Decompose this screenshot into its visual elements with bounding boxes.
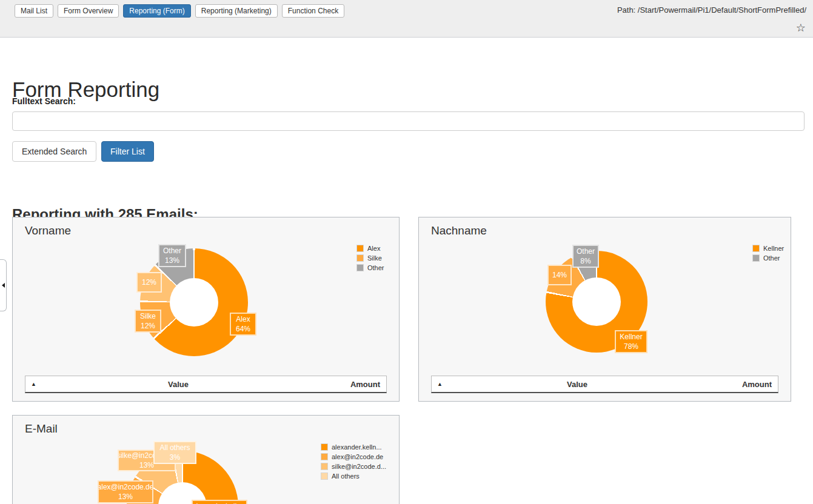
tab-reporting-marketing[interactable]: Reporting (Marketing): [195, 4, 278, 18]
donut-hole: [572, 277, 621, 326]
doc-header: Mail List Form Overview Reporting (Form)…: [0, 0, 813, 38]
slice-callout: alexander.kelln...71%: [192, 500, 247, 504]
legend-swatch: [321, 443, 328, 451]
chart-panel-nachname: Nachname Other8% 14% Kellner78% KellnerO…: [418, 217, 791, 402]
filter-list-button[interactable]: Filter List: [101, 141, 154, 162]
legend-swatch: [321, 453, 328, 460]
tab-mail-list[interactable]: Mail List: [15, 4, 53, 18]
result-table-header: ▲ Value Amount: [431, 376, 778, 393]
legend-item: silke@in2code.d...: [321, 462, 386, 470]
slice-callout: alex@in2code.de13%: [98, 480, 153, 503]
slice-callout: Other8%: [572, 245, 599, 268]
legend-label: silke@in2code.d...: [332, 463, 386, 470]
module-tabs: Mail List Form Overview Reporting (Form)…: [15, 4, 344, 18]
column-header-amount[interactable]: Amount: [699, 380, 778, 389]
slice-callout: Alex64%: [230, 313, 256, 336]
legend-item: Silke: [356, 254, 384, 262]
column-header-value[interactable]: Value: [455, 380, 699, 389]
legend-item: Kellner: [752, 244, 784, 252]
fulltext-search-label: Fulltext Search:: [12, 96, 76, 106]
legend-item: Other: [752, 254, 784, 262]
tab-reporting-form[interactable]: Reporting (Form): [123, 4, 190, 18]
collapse-nav-handle[interactable]: [0, 259, 7, 311]
chart-legend: KellnerOther: [752, 244, 784, 262]
legend-label: Silke: [367, 254, 382, 262]
chart-legend: alexander.kelln...alex@in2code.desilke@i…: [321, 443, 386, 480]
chart-panel-vorname: Vorname Other13% 12% Silke12% Alex64% Al…: [12, 217, 400, 402]
result-table-header: ▲ Value Amount: [25, 376, 387, 393]
legend-label: Kellner: [763, 245, 784, 252]
slice-callout: Kellner78%: [615, 330, 647, 353]
column-header-value[interactable]: Value: [49, 380, 307, 389]
legend-label: alexander.kelln...: [332, 443, 382, 451]
legend-item: Alex: [356, 244, 384, 252]
chart-panel-email: E-Mail silke@in2code.d...13% All others3…: [12, 415, 400, 504]
slice-callout: 14%: [547, 265, 572, 285]
legend-swatch: [321, 472, 328, 480]
powermail-reporting-module: Mail List Form Overview Reporting (Form)…: [0, 0, 813, 504]
legend-swatch: [356, 245, 364, 252]
legend-label: Other: [367, 264, 384, 271]
donut-hole: [170, 278, 218, 327]
slice-callout: 12%: [136, 272, 162, 293]
sort-arrow-icon[interactable]: ▲: [25, 381, 49, 387]
chart-title: Nachname: [431, 224, 487, 237]
donut-chart-vorname: [140, 248, 248, 356]
legend-label: All others: [332, 472, 360, 480]
legend-swatch: [752, 254, 760, 262]
legend-swatch: [321, 463, 328, 470]
legend-item: All others: [321, 472, 386, 480]
page-path: Path: /Start/Powermail/Pi1/Default/Short…: [617, 5, 806, 15]
legend-item: Other: [356, 264, 384, 271]
legend-item: alex@in2code.de: [321, 453, 386, 460]
tab-form-overview[interactable]: Form Overview: [58, 4, 119, 18]
legend-label: Alex: [367, 245, 380, 252]
legend-swatch: [752, 245, 760, 252]
fulltext-search-input[interactable]: [12, 111, 805, 131]
chart-legend: AlexSilkeOther: [356, 244, 384, 271]
legend-swatch: [356, 264, 364, 271]
slice-callout: Other13%: [158, 244, 186, 267]
legend-label: alex@in2code.de: [332, 453, 383, 460]
legend-swatch: [356, 254, 364, 262]
column-header-amount[interactable]: Amount: [307, 380, 386, 389]
slice-callout: All others3%: [153, 441, 196, 464]
chevron-left-icon: [2, 283, 5, 288]
legend-label: Other: [763, 254, 780, 262]
tab-function-check[interactable]: Function Check: [282, 4, 344, 18]
legend-item: alexander.kelln...: [321, 443, 386, 451]
chart-title: E-Mail: [25, 422, 58, 436]
slice-callout: Silke12%: [135, 310, 161, 333]
chart-title: Vorname: [25, 224, 71, 237]
sort-arrow-icon[interactable]: ▲: [432, 381, 455, 387]
bookmark-star-icon[interactable]: ☆: [796, 22, 806, 34]
extended-search-button[interactable]: Extended Search: [12, 141, 96, 162]
